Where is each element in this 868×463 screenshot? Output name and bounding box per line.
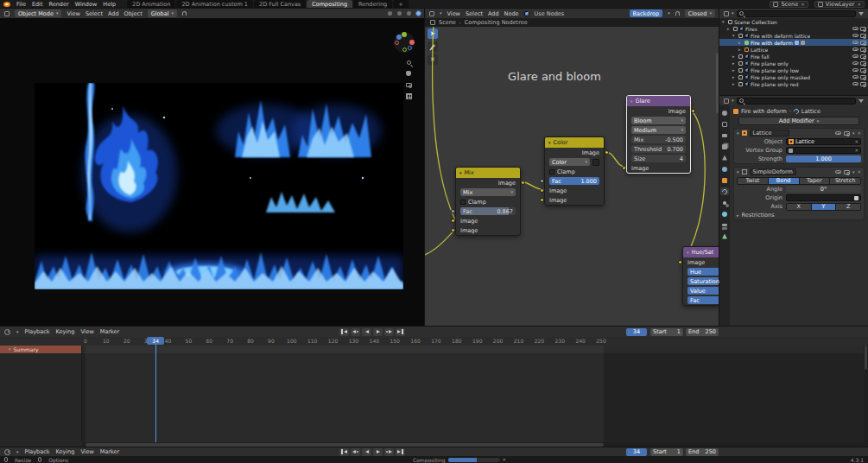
axis-z-neg-icon[interactable] (408, 46, 412, 50)
viewport-menu-add[interactable]: Add (108, 10, 119, 17)
node-menu-view[interactable]: View (447, 10, 460, 17)
wireframe-shading-icon[interactable] (388, 11, 392, 16)
outliner-row-scene-collection[interactable]: ▾ Scene Collection (719, 18, 868, 25)
editor-type-icon[interactable] (724, 98, 729, 104)
hide-eye-icon[interactable] (852, 48, 858, 51)
image-input-socket[interactable] (622, 166, 626, 170)
clamp-checkbox[interactable] (460, 200, 466, 205)
disclosure-icon[interactable]: ▸ (732, 67, 737, 73)
tab-rendering[interactable]: Rendering (353, 0, 392, 9)
remove-modifier-icon[interactable]: ✕ (857, 169, 861, 174)
mix-node-header[interactable]: ▾ Mix (456, 168, 520, 178)
outliner-row-fire-plane-only-red[interactable]: ▸ Fire plane only red (719, 80, 868, 87)
glare-node[interactable]: ▾ Glare Image Bloom▾ Medium▾ Mix-0.500 T… (626, 95, 691, 174)
collapse-icon[interactable]: ▾ (737, 131, 739, 136)
modifier-name-field[interactable]: SimpleDeform (750, 168, 796, 175)
hide-eye-icon[interactable] (852, 82, 858, 86)
tab-modifiers[interactable] (720, 187, 729, 195)
display-render-icon[interactable] (844, 170, 850, 174)
tab-2d-full-canvas[interactable]: 2D Full Canvas (254, 0, 306, 9)
hide-eye-icon[interactable] (852, 54, 858, 58)
menu-render[interactable]: Render (48, 1, 68, 8)
disclosure-icon[interactable]: ▸ (732, 60, 737, 66)
disable-render-icon[interactable] (860, 48, 866, 52)
tab-world[interactable] (720, 165, 729, 173)
axis-z-button[interactable]: Z (836, 204, 860, 210)
disable-render-icon[interactable] (860, 61, 866, 66)
use-nodes-checkbox[interactable] (524, 11, 529, 16)
pivot-dropdown[interactable]: Closed▾ (685, 10, 715, 17)
editor-type-icon[interactable] (724, 11, 729, 16)
keying-menu[interactable]: Keying (56, 448, 75, 455)
hide-eye-icon[interactable] (852, 61, 858, 65)
transform-orientation-dropdown[interactable]: Global▾ (148, 10, 177, 17)
marker-menu[interactable]: Marker (100, 328, 119, 335)
frame-start-field[interactable]: Start1 (650, 328, 683, 336)
mode-bend-button[interactable]: Bend (769, 178, 800, 184)
disclosure-icon[interactable]: ▾ (9, 347, 11, 352)
texture-swatch-icon[interactable] (592, 159, 599, 166)
hide-eye-icon[interactable] (852, 41, 858, 44)
jump-next-keyframe-button[interactable] (384, 448, 394, 456)
disclosure-icon[interactable]: ▸ (727, 26, 732, 31)
tab-compositing[interactable]: Compositing (307, 0, 352, 9)
collection-checkbox[interactable] (744, 54, 749, 59)
rendered-shading-icon[interactable] (416, 11, 421, 16)
mode-stretch-button[interactable]: Stretch (830, 178, 860, 184)
collection-checkbox[interactable] (744, 68, 749, 73)
mix-slider[interactable]: Mix-0.500 (631, 136, 686, 143)
jump-to-start-button[interactable] (339, 448, 349, 456)
fac-slider[interactable]: Fac (687, 296, 719, 304)
disable-render-icon[interactable] (860, 68, 866, 73)
angle-field[interactable]: 0° (786, 186, 861, 193)
image-input-socket[interactable] (678, 260, 682, 264)
hide-eye-icon[interactable] (852, 34, 858, 37)
mode-dropdown[interactable]: Object Mode▾ (15, 10, 61, 17)
outliner-row-fire-fall[interactable]: ▸ Fire fall (719, 53, 868, 60)
fac-input-socket[interactable] (540, 179, 544, 183)
tab-output[interactable] (720, 131, 729, 139)
breadcrumb-object[interactable]: Fire with deform (741, 108, 787, 115)
navigation-gizmo[interactable] (394, 32, 415, 53)
links-cut-tool[interactable]: ✕ (428, 54, 438, 65)
hide-eye-icon[interactable] (852, 75, 858, 79)
mode-twist-button[interactable]: Twist (738, 178, 769, 184)
node-editor-scrollbar[interactable] (716, 53, 719, 113)
quality-dropdown[interactable]: Medium▾ (631, 126, 686, 134)
disclosure-icon[interactable]: ▸ (732, 74, 737, 79)
display-viewport-icon[interactable] (835, 131, 841, 135)
outliner-row-lattice[interactable]: ▸ Lattice (719, 46, 868, 53)
filter-icon[interactable] (858, 12, 864, 16)
pan-hand-icon[interactable] (404, 69, 413, 78)
axis-z-icon[interactable] (396, 35, 402, 40)
display-viewport-icon[interactable] (835, 170, 841, 174)
disclosure-icon[interactable]: ▸ (738, 40, 743, 45)
jump-next-keyframe-button[interactable] (384, 328, 394, 336)
image-output-socket[interactable] (691, 109, 695, 113)
editor-type-icon[interactable] (4, 449, 10, 455)
frame-end-field[interactable]: End250 (686, 328, 719, 336)
frame-end-field[interactable]: End250 (686, 448, 719, 456)
current-frame-field[interactable]: 34 (626, 448, 647, 456)
blender-logo-icon[interactable] (3, 2, 10, 7)
mode-taper-button[interactable]: Taper (800, 178, 831, 184)
snap-magnet-icon[interactable] (675, 11, 680, 16)
hide-eye-icon[interactable] (852, 27, 858, 30)
material-shading-icon[interactable] (407, 11, 411, 16)
viewport-menu-select[interactable]: Select (86, 10, 103, 17)
scene-selector[interactable]: Scene ✕ (770, 1, 808, 8)
threshold-slider[interactable]: Threshold0.700 (631, 145, 686, 153)
blend-mode-dropdown[interactable]: Mix▾ (460, 188, 516, 196)
playback-menu[interactable]: Playback (25, 328, 50, 335)
axis-y-button[interactable]: Y (812, 204, 837, 210)
viewport-menu-object[interactable]: Object (124, 10, 143, 17)
menu-edit[interactable]: Edit (32, 1, 43, 8)
display-render-icon[interactable] (844, 131, 850, 136)
saturation-slider[interactable]: Saturation (687, 277, 719, 285)
hue-saturation-node[interactable]: ▾ Hue/Sat Image Hue Saturation Value Fac (682, 246, 719, 306)
node-canvas[interactable]: Glare and bloom ➤ ✕ ▾ Mix Image (425, 27, 719, 327)
expand-icon[interactable]: ▸ (737, 213, 739, 218)
timeline-tracks[interactable] (82, 346, 864, 442)
eyedropper-icon[interactable] (854, 196, 858, 200)
vertex-group-field[interactable]: ✕ (786, 147, 861, 154)
